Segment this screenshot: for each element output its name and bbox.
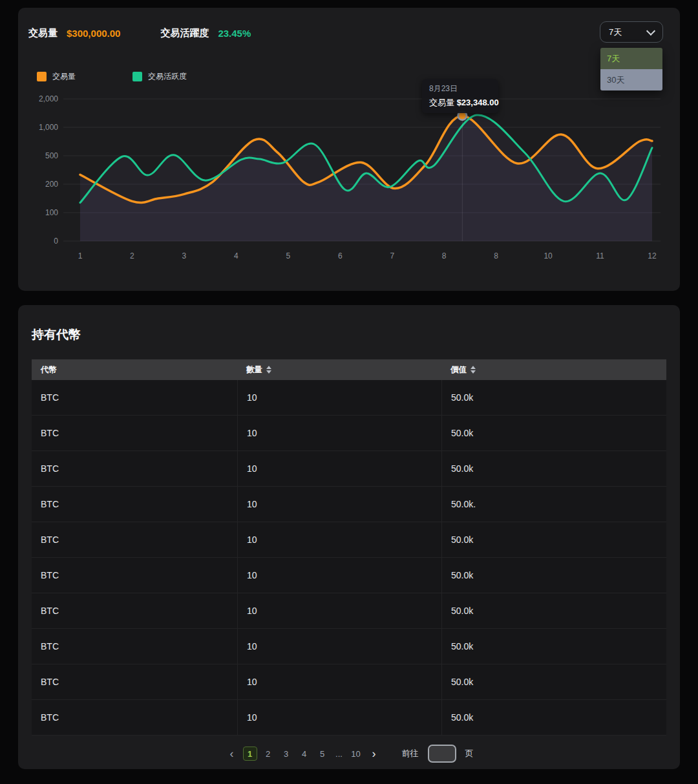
column-header[interactable]: 數量: [237, 365, 441, 376]
chevron-down-icon: [646, 26, 655, 35]
page-button-2[interactable]: 2: [261, 747, 275, 761]
cell-value: 50.0k: [441, 700, 666, 735]
cell-value: 50.0k: [441, 664, 666, 699]
table-row: BTC1050.0k: [32, 416, 666, 451]
column-header-label: 代幣: [41, 365, 57, 376]
x-axis-tick-label: 8: [494, 251, 498, 260]
cell-amount: 10: [237, 558, 441, 593]
goto-page-label: 前往: [402, 748, 419, 759]
tooltip-value: $23,348.00: [457, 98, 499, 107]
marker-dot[interactable]: [459, 112, 465, 119]
table-body: BTC1050.0kBTC1050.0kBTC1050.0kBTC1050.0k…: [32, 380, 666, 736]
period-dropdown-value: 7天: [609, 26, 622, 38]
x-axis-tick-label: 8: [442, 251, 447, 260]
page-button-3[interactable]: 3: [279, 747, 293, 761]
table-row: BTC1050.0k.: [32, 487, 666, 522]
cell-amount: 10: [237, 629, 441, 664]
cell-value: 50.0k: [441, 380, 666, 415]
cell-token: BTC: [32, 558, 237, 593]
holdings-table: 代幣數量價值 BTC1050.0kBTC1050.0kBTC1050.0kBTC…: [32, 359, 666, 736]
legend-item[interactable]: 交易量: [37, 71, 76, 82]
cell-amount: 10: [237, 522, 441, 557]
period-option-30天[interactable]: 30天: [600, 69, 662, 90]
line-chart[interactable]: 01002005001,0002,000123456788101112: [18, 8, 680, 291]
cell-amount: 10: [237, 700, 441, 735]
x-axis-tick-label: 2: [130, 251, 134, 260]
cell-value: 50.0k: [441, 451, 666, 486]
x-axis-tick-label: 6: [338, 251, 343, 260]
x-axis-tick-label: 10: [544, 251, 553, 260]
cell-amount: 10: [237, 664, 441, 699]
sort-icon[interactable]: [471, 366, 476, 374]
cell-token: BTC: [32, 451, 237, 486]
holdings-title: 持有代幣: [18, 305, 680, 343]
cell-amount: 10: [237, 593, 441, 628]
cell-value: 50.0k.: [441, 487, 666, 522]
cell-amount: 10: [237, 380, 441, 415]
cell-token: BTC: [32, 416, 237, 450]
sort-asc-icon: [471, 366, 476, 369]
page-button-1[interactable]: 1: [243, 747, 257, 761]
tooltip-date: 8月23日: [429, 83, 491, 94]
cell-token: BTC: [32, 700, 237, 735]
cell-token: BTC: [32, 487, 237, 522]
table-row: BTC1050.0k: [32, 380, 666, 416]
sort-icon[interactable]: [266, 366, 271, 374]
y-axis-tick-label: 500: [45, 151, 58, 160]
chart-tooltip: 8月23日 交易量 $23,348.00: [422, 79, 498, 113]
holdings-card: 持有代幣 代幣數量價值 BTC1050.0kBTC1050.0kBTC1050.…: [18, 305, 680, 769]
cell-amount: 10: [237, 487, 441, 522]
x-axis-tick-label: 7: [390, 251, 394, 260]
cell-value: 50.0k: [441, 416, 666, 450]
table-row: BTC1050.0k: [32, 522, 666, 558]
cell-token: BTC: [32, 664, 237, 699]
column-header-label: 價值: [450, 365, 467, 376]
cell-token: BTC: [32, 380, 237, 415]
x-axis-tick-label: 4: [234, 251, 238, 260]
page-button-4[interactable]: 4: [297, 747, 312, 761]
table-row: BTC1050.0k: [32, 451, 666, 487]
y-axis-tick-label: 2,000: [39, 94, 58, 103]
page-button-10[interactable]: 10: [349, 747, 363, 761]
tooltip-value-line: 交易量 $23,348.00: [429, 97, 491, 109]
y-axis-tick-label: 0: [54, 237, 58, 246]
legend-item[interactable]: 交易活跃度: [132, 71, 187, 82]
page-unit-label: 页: [465, 748, 474, 759]
period-dropdown-menu: 7天30天: [600, 48, 662, 90]
cell-value: 50.0k: [441, 558, 666, 593]
table-row: BTC1050.0k: [32, 593, 666, 629]
goto-page-input[interactable]: [428, 745, 456, 763]
cell-value: 50.0k: [441, 593, 666, 628]
legend-label: 交易活跃度: [148, 71, 187, 82]
y-axis-tick-label: 200: [45, 180, 58, 189]
column-header-label: 數量: [246, 365, 262, 376]
cell-token: BTC: [32, 629, 237, 664]
chart-legend: 交易量交易活跃度: [37, 71, 244, 82]
legend-swatch-icon: [132, 72, 142, 81]
cell-value: 50.0k: [441, 629, 666, 664]
pagination: ‹12345...10›前往页: [18, 745, 680, 763]
table-header-row: 代幣數量價值: [32, 359, 666, 380]
prev-page-button[interactable]: ‹: [225, 747, 239, 761]
sort-desc-icon: [471, 370, 476, 374]
x-axis-tick-label: 11: [596, 251, 604, 260]
column-header: 代幣: [32, 365, 237, 376]
page-button-5[interactable]: 5: [315, 747, 330, 761]
cell-token: BTC: [32, 522, 237, 557]
column-header[interactable]: 價值: [441, 365, 666, 376]
cell-amount: 10: [237, 416, 441, 450]
table-row: BTC1050.0k: [32, 558, 666, 593]
x-axis-tick-label: 5: [286, 251, 290, 260]
x-axis-tick-label: 1: [78, 251, 83, 260]
legend-label: 交易量: [52, 71, 76, 82]
sort-desc-icon: [266, 370, 271, 374]
y-axis-tick-label: 1,000: [39, 123, 58, 132]
table-row: BTC1050.0k: [32, 664, 666, 700]
period-dropdown-button[interactable]: 7天: [600, 21, 663, 43]
table-row: BTC1050.0k: [32, 629, 666, 664]
cell-value: 50.0k: [441, 522, 666, 557]
period-option-7天[interactable]: 7天: [600, 48, 662, 69]
table-row: BTC1050.0k: [32, 700, 666, 736]
next-page-button[interactable]: ›: [367, 747, 381, 761]
chart-card: 交易量 $300,000.00 交易活躍度 23.45% 7天 7天30天 交易…: [18, 8, 680, 291]
